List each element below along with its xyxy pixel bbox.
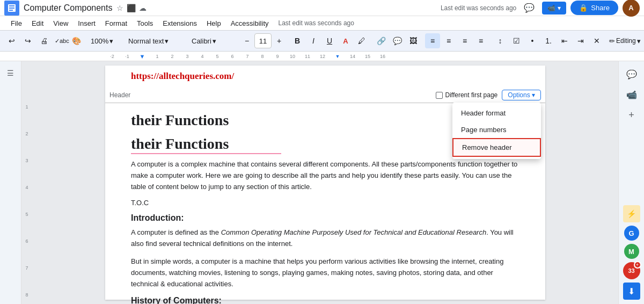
lock-icon: 🔒 bbox=[579, 4, 588, 12]
app-icon bbox=[4, 1, 19, 16]
zoom-select[interactable]: 100% ▾ bbox=[88, 33, 120, 48]
sidebar-download-button[interactable]: ⬇ bbox=[623, 283, 640, 300]
page: https://alltechqueries.com/ | Header Dif… bbox=[105, 66, 545, 300]
header-area[interactable]: https://alltechqueries.com/ | Header Dif… bbox=[105, 66, 545, 103]
menu-accessibility[interactable]: Accessibility bbox=[226, 18, 273, 28]
print-button[interactable]: 🖨 bbox=[36, 33, 52, 48]
zoom-value: 100% bbox=[91, 37, 108, 45]
sidebar-blue-icon[interactable]: G bbox=[624, 226, 639, 241]
page-num-2: 2 bbox=[25, 131, 28, 136]
notification-badge-container[interactable]: 33 + bbox=[623, 262, 640, 279]
sidebar-comments-button[interactable]: 💬 bbox=[623, 66, 640, 83]
toc-label: T.O.C bbox=[131, 199, 519, 207]
options-button[interactable]: Options ▾ bbox=[502, 90, 541, 100]
remove-header-item[interactable]: Remove header bbox=[452, 138, 541, 157]
pink-decoration bbox=[131, 153, 281, 154]
line-spacing-button[interactable]: ↕ bbox=[493, 33, 508, 48]
menu-format[interactable]: Format bbox=[101, 18, 131, 28]
font-select[interactable]: Calibri ▾ bbox=[188, 33, 236, 48]
numbered-list-button[interactable]: 1. bbox=[541, 33, 556, 48]
page-num-3: 3 bbox=[25, 158, 28, 163]
header-format-item[interactable]: Header format bbox=[452, 105, 541, 121]
align-justify-button[interactable]: ≡ bbox=[457, 33, 472, 48]
style-select[interactable]: Normal text ▾ bbox=[125, 33, 184, 48]
sidebar-yellow-button[interactable]: ⚡ bbox=[623, 205, 640, 222]
intro-paragraph: A computer is a complex machine that con… bbox=[131, 159, 519, 192]
editing-mode-select[interactable]: ✏ Editing ▾ bbox=[605, 33, 644, 48]
comments-icon-btn[interactable]: 💬 bbox=[521, 0, 538, 17]
right-sidebar: 💬 📹 + ⚡ G M 33 + ⬇ bbox=[618, 61, 644, 304]
diff-first-label[interactable]: Different first page bbox=[436, 91, 497, 99]
header-url: https://alltechqueries.com/ bbox=[131, 71, 519, 82]
link-button[interactable]: 🔗 bbox=[374, 33, 389, 48]
decrease-size-button[interactable]: − bbox=[240, 33, 253, 48]
size-input[interactable]: 11 bbox=[254, 33, 272, 48]
doc-area: https://alltechqueries.com/ | Header Dif… bbox=[32, 61, 618, 304]
page-numbers: 1 2 3 4 5 6 7 8 9 bbox=[21, 61, 32, 304]
increase-indent-button[interactable]: ⇥ bbox=[573, 33, 588, 48]
svg-rect-4 bbox=[9, 10, 13, 11]
redo-button[interactable]: ↪ bbox=[20, 33, 35, 48]
bullet-list-button[interactable]: • bbox=[525, 33, 540, 48]
cloud-icon[interactable]: ☁ bbox=[139, 4, 147, 12]
diff-first-text: Different first page bbox=[445, 91, 497, 99]
svg-rect-2 bbox=[9, 5, 14, 6]
page-numbers-item[interactable]: Page numbers bbox=[452, 121, 541, 138]
diff-first-checkbox[interactable] bbox=[436, 92, 443, 99]
svg-rect-3 bbox=[9, 8, 14, 9]
options-dropdown: Header format Page numbers Remove header bbox=[452, 103, 541, 159]
header-label-text: Header bbox=[109, 91, 130, 99]
toolbar: ↩ ↪ 🖨 ✓abc 🎨 100% ▾ Normal text ▾ Calibr… bbox=[0, 30, 644, 52]
increase-size-button[interactable]: + bbox=[273, 33, 286, 48]
align-center-button[interactable]: ≡ bbox=[441, 33, 456, 48]
star-icon[interactable]: ☆ bbox=[116, 4, 123, 12]
color-button[interactable]: A bbox=[338, 33, 353, 48]
notification-overlay: + bbox=[634, 261, 641, 269]
bold-button[interactable]: B bbox=[290, 33, 305, 48]
meet-btn[interactable]: 📹 ▾ bbox=[542, 2, 566, 15]
align-right-button[interactable]: ≡ bbox=[473, 33, 488, 48]
page-num-6: 6 bbox=[25, 238, 28, 244]
meet-icon: 📹 bbox=[547, 4, 555, 12]
outline-toggle-button[interactable]: ☰ bbox=[3, 66, 18, 81]
share-label: Share bbox=[591, 4, 610, 12]
sidebar-green-icon[interactable]: M bbox=[624, 244, 639, 259]
image-button[interactable]: 🖼 bbox=[406, 33, 421, 48]
folder-icon[interactable]: ⬛ bbox=[127, 4, 136, 12]
menu-extensions[interactable]: Extensions bbox=[158, 18, 201, 28]
spell-check-button[interactable]: ✓abc bbox=[53, 33, 68, 48]
meet-dropdown: ▾ bbox=[558, 4, 561, 12]
history-heading: History of Computers: bbox=[131, 296, 519, 304]
menu-help[interactable]: Help bbox=[202, 18, 225, 28]
menu-file[interactable]: File bbox=[6, 18, 26, 28]
page-num-5: 5 bbox=[25, 212, 28, 217]
underline-button[interactable]: U bbox=[322, 33, 337, 48]
left-sidebar: ☰ bbox=[0, 61, 21, 304]
page-num-1: 1 bbox=[25, 104, 28, 110]
size-value: 11 bbox=[259, 37, 267, 45]
menu-tools[interactable]: Tools bbox=[133, 18, 157, 28]
align-left-button[interactable]: ≡ bbox=[425, 33, 440, 48]
last-edit-menu: Last edit was seconds ago bbox=[279, 19, 354, 27]
clear-format-button[interactable]: ✕ bbox=[589, 33, 604, 48]
introduction-paragraph: A computer is defined as the Common Oper… bbox=[131, 227, 519, 250]
avatar[interactable]: A bbox=[623, 0, 640, 17]
menu-view[interactable]: View bbox=[49, 18, 72, 28]
ruler: ·2·1 ▼ 123456789101112▼141516 bbox=[0, 52, 644, 61]
share-button[interactable]: 🔒 Share bbox=[570, 1, 618, 15]
comment-button[interactable]: 💬 bbox=[390, 33, 405, 48]
highlight-button[interactable]: 🖊 bbox=[354, 33, 369, 48]
header-label-bar: Header Different first page Options ▾ He… bbox=[105, 89, 545, 102]
undo-button[interactable]: ↩ bbox=[4, 33, 19, 48]
pencil-icon: ✏ bbox=[609, 37, 615, 45]
decrease-indent-button[interactable]: ⇤ bbox=[557, 33, 572, 48]
paint-format-button[interactable]: 🎨 bbox=[69, 33, 84, 48]
sidebar-plus-button[interactable]: + bbox=[623, 106, 640, 124]
introduction-heading: Introduction: bbox=[131, 213, 519, 223]
sidebar-meet-button[interactable]: 📹 bbox=[623, 86, 640, 103]
checklist-button[interactable]: ☑ bbox=[509, 33, 524, 48]
menu-edit[interactable]: Edit bbox=[27, 18, 48, 28]
font-dropdown-icon: ▾ bbox=[213, 37, 216, 45]
menu-insert[interactable]: Insert bbox=[74, 18, 100, 28]
italic-button[interactable]: I bbox=[306, 33, 321, 48]
